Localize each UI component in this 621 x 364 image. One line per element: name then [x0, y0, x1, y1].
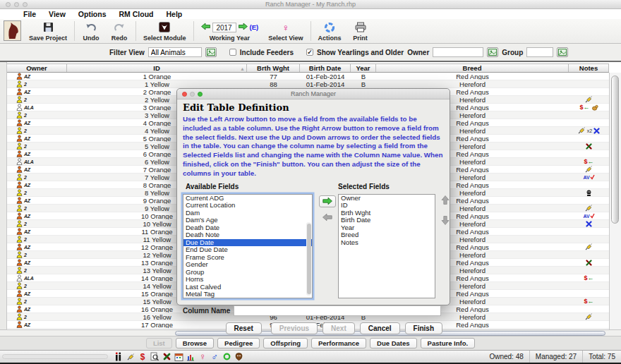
available-field-item[interactable]: Metal Tag: [183, 291, 312, 298]
column-header-birth-date[interactable]: Birth Date: [300, 64, 351, 72]
available-field-item[interactable]: Gender: [183, 261, 312, 269]
column-header-brth-wght[interactable]: Brth Wght: [247, 64, 300, 72]
previous-button[interactable]: Previous: [271, 322, 318, 334]
next-button[interactable]: Next: [322, 322, 355, 334]
tab-browse[interactable]: Browse: [176, 338, 214, 348]
treatment-cross-icon[interactable]: [162, 352, 171, 362]
dialog-minimize-icon[interactable]: [190, 92, 195, 97]
cow-icon[interactable]: [234, 352, 243, 362]
cancel-button[interactable]: Cancel: [360, 322, 400, 334]
window-titlebar[interactable]: Ranch Manager - My Ranch.rhp: [0, 0, 621, 9]
minimize-icon[interactable]: [14, 2, 19, 7]
group-filter-input[interactable]: [526, 47, 553, 57]
next-year-button[interactable]: [239, 23, 248, 32]
menu-item-options[interactable]: Options: [72, 10, 113, 18]
selected-fields-list[interactable]: OwnerIDBrth WghtBirth DateYearBreedNotes: [338, 194, 435, 298]
finish-button[interactable]: Finish: [405, 322, 442, 334]
vertical-scrollbar[interactable]: [609, 73, 621, 329]
traffic-lights[interactable]: [6, 2, 28, 7]
include-feeders-checkbox[interactable]: [229, 49, 236, 56]
owner-cell: AZ: [7, 290, 67, 297]
dollar-transfer-icon: $←: [584, 158, 593, 165]
undo-button[interactable]: Undo: [77, 19, 105, 43]
owner-picker-button[interactable]: [487, 47, 498, 57]
menu-item-rm-cloud[interactable]: RM Cloud: [113, 10, 160, 18]
owner-brand-mark: AZ: [24, 181, 30, 188]
column-name-input[interactable]: [234, 305, 441, 316]
ring-icon: [223, 353, 231, 360]
search-document-icon[interactable]: [150, 352, 159, 362]
group-picker-button[interactable]: [557, 47, 568, 57]
available-field-item[interactable]: Horns: [183, 276, 312, 284]
dialog-zoom-icon[interactable]: [198, 92, 203, 97]
tab-pasture-info[interactable]: Pasture Info.: [421, 338, 476, 348]
selected-field-item[interactable]: Notes: [339, 239, 435, 247]
select-view-button[interactable]: ♀ Select View: [263, 19, 308, 43]
list-scrollbar[interactable]: [306, 222, 311, 296]
person-icon: [16, 119, 23, 126]
tab-pedigree[interactable]: Pedigree: [217, 338, 260, 348]
tab-due-dates[interactable]: Due Dates: [370, 338, 416, 348]
available-field-item[interactable]: Current Location: [183, 202, 312, 210]
owner-filter-input[interactable]: [433, 47, 483, 57]
print-button[interactable]: Print: [346, 19, 375, 43]
working-year-field[interactable]: 2017: [212, 23, 236, 32]
selected-field-item[interactable]: Breed: [339, 231, 435, 239]
column-header-notes[interactable]: Notes: [569, 64, 609, 72]
available-fields-list[interactable]: Current ADGCurrent LocationDamDam's AgeD…: [183, 194, 313, 298]
list-scrollbar-thumb[interactable]: [307, 224, 311, 294]
select-module-button[interactable]: Select Module: [138, 19, 191, 43]
save-project-button[interactable]: Save Project: [24, 19, 72, 43]
move-up-button[interactable]: [441, 195, 450, 206]
person-icon: [16, 228, 23, 235]
syringe-icon[interactable]: [126, 352, 135, 362]
column-header-owner[interactable]: Owner: [7, 64, 67, 72]
close-icon[interactable]: [6, 2, 11, 7]
dialog-titlebar[interactable]: Ranch Manager: [177, 89, 450, 99]
filter-view-picker-button[interactable]: [205, 47, 217, 57]
redo-button[interactable]: Redo: [105, 19, 133, 43]
edit-year-link[interactable]: (E): [250, 23, 259, 31]
move-down-button[interactable]: [441, 216, 450, 226]
bar-chart-icon[interactable]: [186, 352, 195, 362]
owner-brand-mark: 2: [24, 80, 27, 87]
menu-item-file[interactable]: File: [17, 10, 42, 18]
previous-year-button[interactable]: [201, 23, 210, 32]
dialog-traffic-lights[interactable]: [182, 92, 203, 97]
managed-count: Managed: 27: [529, 351, 582, 363]
selected-field-item[interactable]: Birth Date: [339, 217, 435, 224]
dollar-icon[interactable]: $: [138, 352, 147, 362]
tab-performance[interactable]: Performance: [311, 338, 366, 348]
ring-icon[interactable]: [222, 352, 231, 362]
vertical-scrollbar-thumb[interactable]: [611, 75, 619, 224]
menu-item-view[interactable]: View: [42, 10, 72, 18]
info-icon[interactable]: [114, 352, 123, 362]
zoom-icon[interactable]: [23, 2, 28, 7]
column-header-breed[interactable]: Breed: [376, 64, 569, 72]
available-field-item[interactable]: Dam's Age: [183, 217, 312, 224]
available-field-item[interactable]: End Due Date: [183, 246, 312, 254]
female-icon[interactable]: ♀: [198, 352, 207, 362]
tab-offspring[interactable]: Offspring: [263, 338, 308, 348]
filter-view-input[interactable]: [148, 47, 202, 57]
person-icon: [16, 282, 23, 289]
show-yearlings-checkbox[interactable]: ✓: [306, 49, 313, 56]
male-icon[interactable]: ♂: [210, 352, 219, 362]
tab-list[interactable]: List: [146, 338, 172, 348]
menu-item-help[interactable]: Help: [160, 10, 189, 18]
reset-button[interactable]: Reset: [226, 322, 262, 334]
status-scrollbar-track[interactable]: [2, 354, 108, 359]
calendar-icon[interactable]: [174, 352, 183, 362]
actions-button[interactable]: Actions: [313, 19, 346, 43]
move-right-button[interactable]: [319, 195, 336, 207]
available-field-item[interactable]: Death Note: [183, 231, 312, 239]
column-header-year[interactable]: Year: [351, 64, 376, 72]
female-view-icon: ♀: [282, 21, 290, 33]
move-left-button[interactable]: [322, 213, 332, 223]
table-row[interactable]: 21 Yellow8801-Feb-2014BHereford: [7, 80, 609, 88]
table-row[interactable]: AZ1 Orange7701-Feb-2014BRed Angus: [7, 73, 609, 80]
column-header-id[interactable]: ID▲: [67, 64, 247, 72]
selected-field-item[interactable]: Owner: [339, 195, 435, 202]
dialog-close-icon[interactable]: [182, 92, 187, 97]
selected-field-item[interactable]: ID: [339, 202, 435, 210]
